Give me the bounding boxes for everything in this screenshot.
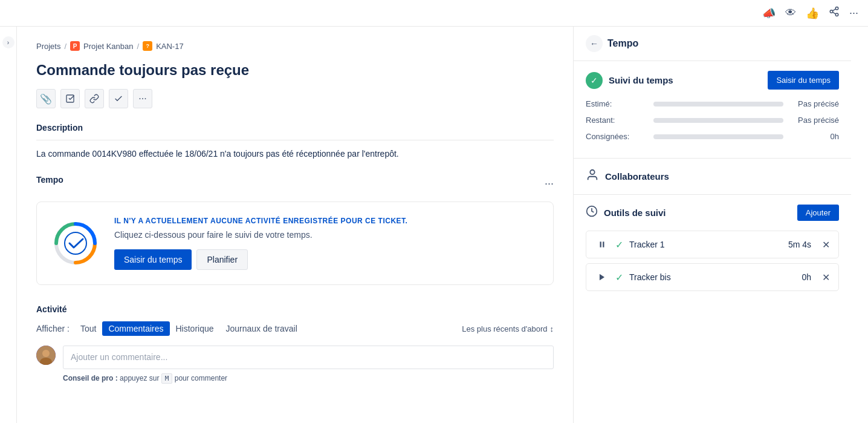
tracker-2-name: Tracker bis <box>629 272 795 282</box>
more-icon[interactable]: ··· <box>849 7 858 19</box>
estime-row: Estimé: Pas précisé <box>586 99 839 108</box>
consignees-row: Consignées: 0h <box>586 132 839 141</box>
tempo-more-button[interactable]: ··· <box>545 177 554 190</box>
tempo-empty-desc: Cliquez ci-dessous pour faire le suivi d… <box>114 230 407 240</box>
more-toolbar-button[interactable]: ··· <box>133 89 152 108</box>
tempo-empty-card: IL N'Y A ACTUELLEMENT AUCUNE ACTIVITÉ EN… <box>36 202 554 285</box>
description-text: La commande 0014KV980 effectuée le 18/06… <box>36 148 554 160</box>
restant-value: Pas précisé <box>791 116 839 125</box>
megaphone-icon[interactable]: 📣 <box>762 7 776 20</box>
person-icon <box>586 168 599 185</box>
suivi-section: ✓ Suivi du temps Saisir du temps Estimé:… <box>574 61 851 159</box>
comment-input[interactable]: Ajouter un commentaire... <box>63 346 554 369</box>
breadcrumb-kan-id[interactable]: KAN-17 <box>156 42 184 51</box>
activity-sort[interactable]: Les plus récents d'abord ↕ <box>462 324 554 333</box>
clock-icon <box>586 205 598 220</box>
tempo-section-title: Tempo <box>36 175 63 185</box>
tempo-planifier-button[interactable]: Planifier <box>196 249 248 270</box>
filter-tout[interactable]: Tout <box>74 321 102 336</box>
filter-historique[interactable]: Historique <box>170 321 220 336</box>
tempo-empty-title: IL N'Y A ACTUELLEMENT AUCUNE ACTIVITÉ EN… <box>114 217 407 225</box>
toolbar: 📎 ··· <box>36 89 554 108</box>
comment-input-row: Ajouter un commentaire... <box>36 346 554 369</box>
comment-hint: Conseil de pro : appuyez sur M pour comm… <box>63 374 554 382</box>
thumbsup-icon[interactable]: 👍 <box>806 7 819 20</box>
svg-marker-15 <box>600 274 604 281</box>
eye-icon[interactable]: 👁 <box>785 7 796 19</box>
filter-commentaires[interactable]: Commentaires <box>102 321 169 336</box>
svg-point-7 <box>65 232 86 254</box>
ajouter-button[interactable]: Ajouter <box>797 205 839 221</box>
breadcrumb-projet-kanban[interactable]: Projet Kanban <box>83 42 133 51</box>
comment-placeholder: Ajouter un commentaire... <box>71 352 167 362</box>
description-title: Description <box>36 123 554 133</box>
sort-icon: ↕ <box>550 324 554 333</box>
svg-point-11 <box>590 170 594 174</box>
consignees-value: 0h <box>791 132 839 141</box>
projet-kanban-icon: P <box>70 41 80 51</box>
sidebar-toggle[interactable]: › <box>0 27 17 423</box>
svg-rect-13 <box>600 241 601 247</box>
filter-journaux[interactable]: Journaux de travail <box>220 321 303 336</box>
tracker-1-close-button[interactable]: ✕ <box>822 239 830 251</box>
tempo-saisir-button[interactable]: Saisir du temps <box>114 249 192 270</box>
outils-header: Outils de suivi Ajouter <box>586 205 839 221</box>
activity-title: Activité <box>36 304 554 314</box>
saisir-button[interactable]: Saisir du temps <box>768 71 839 90</box>
svg-rect-14 <box>603 241 604 247</box>
attach-button[interactable]: 📎 <box>36 89 56 108</box>
tracker-row-2: ✓ Tracker bis 0h ✕ <box>586 263 839 291</box>
svg-rect-5 <box>66 95 74 102</box>
hint-text: appuyez sur <box>120 374 161 382</box>
svg-line-3 <box>832 12 835 14</box>
tracker-2-check-icon: ✓ <box>615 272 623 283</box>
breadcrumb-projets[interactable]: Projets <box>36 42 60 51</box>
filter-label: Afficher : <box>36 324 70 333</box>
hint-suffix: pour commenter <box>175 374 227 382</box>
tracker-1-check-icon: ✓ <box>615 239 623 251</box>
outils-section: Outils de suivi Ajouter ✓ Tracker 1 5m 4… <box>574 195 851 306</box>
toggle-btn[interactable]: › <box>2 36 15 48</box>
tempo-section: Tempo ··· <box>36 175 554 285</box>
tracker-1-pause-button[interactable] <box>595 237 609 252</box>
content-area: Projets / P Projet Kanban / ? KAN-17 Com… <box>17 27 573 423</box>
suivi-title-row: ✓ Suivi du temps <box>586 72 673 89</box>
tempo-empty-text: IL N'Y A ACTUELLEMENT AUCUNE ACTIVITÉ EN… <box>114 217 407 270</box>
tracker-row-1: ✓ Tracker 1 5m 4s ✕ <box>586 231 839 258</box>
issue-title: Commande toujours pas reçue <box>36 61 554 79</box>
description-section: Description La commande 0014KV980 effect… <box>36 123 554 160</box>
svg-line-4 <box>832 9 835 11</box>
estime-value: Pas précisé <box>791 99 839 108</box>
panel-header: ← Tempo <box>574 27 851 61</box>
activity-section: Activité Afficher : Tout Commentaires Hi… <box>36 304 554 382</box>
suivi-header: ✓ Suivi du temps Saisir du temps <box>586 71 839 90</box>
restant-label: Restant: <box>586 116 646 125</box>
breadcrumb-sep-1: / <box>64 42 66 51</box>
collaborateurs-title: Collaborateurs <box>605 171 669 182</box>
svg-point-9 <box>42 350 50 357</box>
consignees-bar <box>653 134 783 139</box>
collaborateurs-section: Collaborateurs <box>574 159 851 195</box>
share-icon[interactable] <box>829 6 840 20</box>
right-panel: ← Tempo ✓ Suivi du temps Saisir du temps… <box>573 27 851 423</box>
tracker-1-name: Tracker 1 <box>629 240 782 249</box>
breadcrumb-sep-2: / <box>137 42 140 51</box>
link-button[interactable] <box>85 89 104 108</box>
svg-point-2 <box>835 13 838 16</box>
sort-label: Les plus récents d'abord <box>462 324 547 333</box>
restant-bar <box>653 118 783 123</box>
tracker-2-play-button[interactable] <box>595 270 609 284</box>
checklist-button[interactable] <box>60 89 80 108</box>
tempo-logo <box>51 219 100 267</box>
user-avatar <box>36 346 56 365</box>
check-button[interactable] <box>109 89 128 108</box>
tracker-2-close-button[interactable]: ✕ <box>822 272 830 283</box>
restant-row: Restant: Pas précisé <box>586 116 839 125</box>
description-divider <box>36 140 554 140</box>
kan-icon: ? <box>143 41 152 51</box>
suivi-title: Suivi du temps <box>609 75 673 85</box>
panel-back-button[interactable]: ← <box>586 35 603 52</box>
hint-pro: Conseil de pro : <box>63 374 118 382</box>
estime-bar <box>653 102 783 107</box>
tracker-1-time: 5m 4s <box>788 240 811 249</box>
